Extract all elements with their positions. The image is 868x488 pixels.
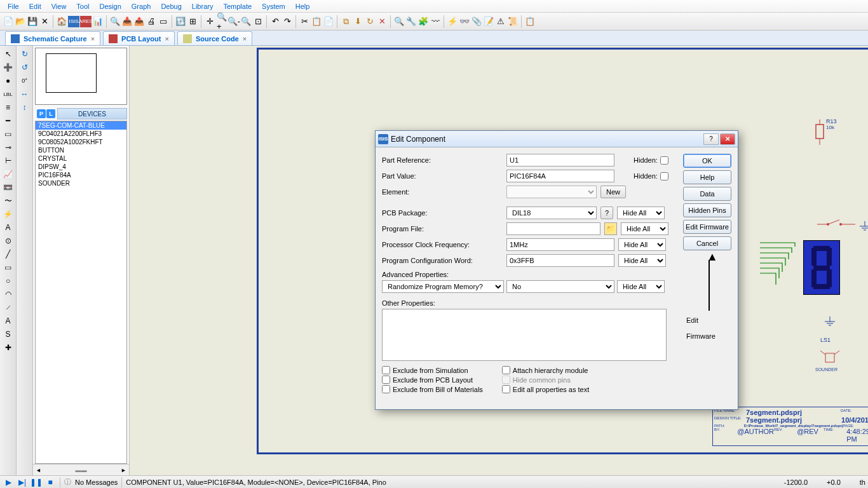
edit-all-checkbox[interactable] xyxy=(502,385,510,393)
home-icon[interactable]: 🏠 xyxy=(56,16,67,27)
junction-icon[interactable]: ● xyxy=(3,75,14,86)
menu-tool[interactable]: Tool xyxy=(71,1,94,11)
generator-icon[interactable]: 〜 xyxy=(3,195,14,207)
list-item[interactable]: DIPSW_4 xyxy=(36,163,126,171)
block-rotate-icon[interactable]: ↻ xyxy=(364,16,376,27)
block-delete-icon[interactable]: ✕ xyxy=(376,16,388,27)
list-item[interactable]: 9C08052A1002FKHFT xyxy=(36,138,126,146)
help-button[interactable]: Help xyxy=(683,170,731,184)
flip-v-icon[interactable]: ↕ xyxy=(19,102,31,113)
tape-icon[interactable]: 📼 xyxy=(3,182,14,193)
menu-system[interactable]: System xyxy=(257,1,290,11)
assign-icon[interactable]: 📎 xyxy=(471,16,482,27)
netlist-icon[interactable]: 📜 xyxy=(507,16,519,27)
pcb-icon[interactable]: ARES xyxy=(80,16,92,27)
stop-icon[interactable]: ■ xyxy=(44,477,56,487)
refresh-icon[interactable]: 🔃 xyxy=(175,16,186,27)
edit-firmware-button[interactable]: Edit Firmware xyxy=(683,220,731,234)
sounder-symbol[interactable] xyxy=(820,348,839,367)
block-copy-icon[interactable]: ⧉ xyxy=(340,16,351,27)
switch-symbol[interactable] xyxy=(817,218,855,231)
area-icon[interactable]: ▭ xyxy=(158,16,169,27)
hide-select[interactable]: Hide All xyxy=(621,222,668,235)
rotate-cw-icon[interactable]: ↻ xyxy=(19,48,31,60)
hidden-checkbox[interactable] xyxy=(660,172,668,180)
menu-design[interactable]: Design xyxy=(95,1,126,11)
import-icon[interactable]: 📥 xyxy=(121,16,133,27)
prog-file-input[interactable] xyxy=(506,222,600,235)
schematic-icon[interactable]: ISIS xyxy=(68,16,79,27)
print-icon[interactable]: 🖨 xyxy=(146,16,157,27)
list-item[interactable]: CRYSTAL xyxy=(36,154,126,163)
cfg-word-input[interactable] xyxy=(506,254,614,267)
3d-icon[interactable]: 📊 xyxy=(92,16,104,27)
hidden-checkbox[interactable] xyxy=(660,156,668,165)
dialog-titlebar[interactable]: ISIS Edit Component ? ✕ xyxy=(376,131,738,147)
menu-help[interactable]: Help xyxy=(290,1,315,11)
search-icon[interactable]: 🔍 xyxy=(109,16,121,27)
seven-segment-display[interactable] xyxy=(803,240,840,295)
part-ref-input[interactable] xyxy=(506,154,614,166)
browse-file-icon[interactable]: 📁 xyxy=(604,222,617,235)
tab-close-icon[interactable]: × xyxy=(243,35,247,43)
make-icon[interactable]: 🔧 xyxy=(405,16,417,27)
erc-icon[interactable]: ⚠ xyxy=(495,16,506,27)
menu-debug[interactable]: Debug xyxy=(156,1,186,11)
instrument-icon[interactable]: ⊙ xyxy=(3,235,14,247)
tab-pcb[interactable]: PCB Layout × xyxy=(103,31,175,45)
menu-file[interactable]: File xyxy=(3,1,24,11)
part-val-input[interactable] xyxy=(506,170,614,182)
symbol-icon[interactable]: S xyxy=(3,329,14,340)
menu-view[interactable]: View xyxy=(46,1,72,11)
graph-icon[interactable]: 📈 xyxy=(3,168,14,180)
compile-icon[interactable]: 📝 xyxy=(483,16,494,27)
list-item[interactable]: SOUNDER xyxy=(36,179,126,187)
bom-icon[interactable]: 📋 xyxy=(524,16,536,27)
close-icon[interactable]: ✕ xyxy=(39,16,50,27)
list-item[interactable]: 9C04021A2200FLHF3 xyxy=(36,130,126,138)
zoom-in-icon[interactable]: 🔍+ xyxy=(216,16,227,27)
hide-select[interactable]: Hide All xyxy=(618,254,666,267)
wire-icon[interactable]: 〰 xyxy=(430,16,441,27)
zoom-fit-icon[interactable]: 🔍 xyxy=(240,16,252,27)
overview-preview[interactable] xyxy=(35,48,127,105)
tab-source[interactable]: Source Code × xyxy=(177,31,252,45)
menu-library[interactable]: Library xyxy=(187,1,219,11)
marker-icon[interactable]: ✚ xyxy=(3,342,14,353)
probe-i-icon[interactable]: A xyxy=(3,222,14,233)
cut-icon[interactable]: ✂ xyxy=(299,16,310,27)
zoom-area-icon[interactable]: ⊡ xyxy=(252,16,264,27)
exclude-sim-checkbox[interactable] xyxy=(382,366,390,374)
exclude-bom-checkbox[interactable] xyxy=(382,385,390,393)
other-properties-textarea[interactable] xyxy=(382,309,667,361)
bus-icon[interactable]: ━ xyxy=(3,115,14,126)
circle-icon[interactable]: ○ xyxy=(3,275,14,287)
close-button-icon[interactable]: ✕ xyxy=(720,133,735,145)
pause-icon[interactable]: ❚❚ xyxy=(31,477,42,487)
pick-devices-button[interactable]: P xyxy=(37,109,46,118)
cancel-button[interactable]: Cancel xyxy=(683,236,731,250)
menu-graph[interactable]: Graph xyxy=(126,1,156,11)
list-item[interactable]: BUTTON xyxy=(36,146,126,154)
zoom-out-icon[interactable]: 🔍- xyxy=(228,16,240,27)
origin-icon[interactable]: ✛ xyxy=(204,16,215,27)
schematic-canvas[interactable]: R13 10k xyxy=(130,46,868,475)
copy-icon[interactable]: 📋 xyxy=(311,16,322,27)
hide-select[interactable]: Hide All xyxy=(617,207,665,219)
component-icon[interactable]: ➕ xyxy=(3,62,14,73)
rotate-ccw-icon[interactable]: ↺ xyxy=(19,62,31,73)
data-button[interactable]: Data xyxy=(683,187,731,201)
text-script-icon[interactable]: ≡ xyxy=(3,102,14,113)
probe-v-icon[interactable]: ⚡ xyxy=(3,208,14,220)
menu-template[interactable]: Template xyxy=(218,1,257,11)
autoroute-icon[interactable]: ⚡ xyxy=(447,16,458,27)
messages-status[interactable]: No Messages xyxy=(75,478,118,486)
text-icon[interactable]: A xyxy=(3,315,14,327)
undo-icon[interactable]: ↶ xyxy=(269,16,281,27)
export-icon[interactable]: 📤 xyxy=(133,16,145,27)
paste-icon[interactable]: 📄 xyxy=(323,16,334,27)
decompose-icon[interactable]: 🧩 xyxy=(417,16,429,27)
new-button[interactable]: New xyxy=(600,186,626,198)
step-icon[interactable]: ▶| xyxy=(17,477,28,487)
menu-edit[interactable]: Edit xyxy=(24,1,46,11)
